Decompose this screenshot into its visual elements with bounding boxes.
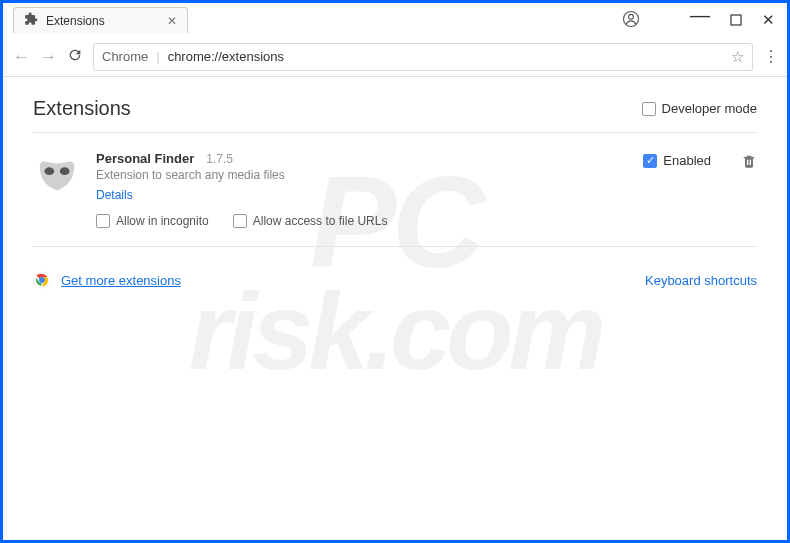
extension-description: Extension to search any media files (96, 168, 628, 182)
developer-mode-label: Developer mode (662, 101, 757, 116)
puzzle-icon (24, 12, 38, 29)
url-scheme: Chrome (102, 49, 148, 64)
browser-tab[interactable]: Extensions ✕ (13, 7, 188, 33)
back-icon[interactable]: ← (13, 47, 30, 67)
checkbox-icon (642, 102, 656, 116)
address-bar[interactable]: Chrome | chrome://extensions ☆ (93, 43, 753, 71)
window-controls: — ✕ (622, 9, 787, 32)
reload-icon[interactable] (67, 47, 83, 66)
tab-close-icon[interactable]: ✕ (167, 14, 177, 28)
extension-row: Personal Finder 1.7.5 Extension to searc… (33, 133, 757, 247)
allow-incognito-label: Allow in incognito (116, 214, 209, 228)
allow-file-urls-label: Allow access to file URLs (253, 214, 388, 228)
checkbox-icon (96, 214, 110, 228)
forward-icon[interactable]: → (40, 47, 57, 67)
tab-bar: Extensions ✕ — ✕ (3, 3, 787, 37)
extension-name: Personal Finder (96, 151, 194, 166)
chrome-store-icon (33, 271, 51, 289)
maximize-icon[interactable] (730, 12, 742, 29)
close-icon[interactable]: ✕ (762, 11, 775, 29)
get-more-extensions-link[interactable]: Get more extensions (61, 273, 181, 288)
details-link[interactable]: Details (96, 188, 133, 202)
tab-title: Extensions (46, 14, 159, 28)
extension-version: 1.7.5 (206, 152, 233, 166)
checkbox-icon (233, 214, 247, 228)
allow-file-urls-checkbox[interactable]: Allow access to file URLs (233, 214, 388, 228)
allow-incognito-checkbox[interactable]: Allow in incognito (96, 214, 209, 228)
svg-point-1 (629, 14, 634, 19)
star-icon[interactable]: ☆ (731, 48, 744, 66)
enabled-checkbox[interactable]: ✓ Enabled (643, 153, 711, 168)
developer-mode-checkbox[interactable]: Developer mode (642, 101, 757, 116)
keyboard-shortcuts-link[interactable]: Keyboard shortcuts (645, 273, 757, 288)
browser-toolbar: ← → Chrome | chrome://extensions ☆ ⋮ (3, 37, 787, 77)
enabled-label: Enabled (663, 153, 711, 168)
svg-point-4 (60, 167, 70, 175)
menu-icon[interactable]: ⋮ (763, 47, 777, 66)
svg-point-3 (45, 167, 55, 175)
page-title: Extensions (33, 97, 131, 120)
user-icon[interactable] (622, 10, 640, 31)
checkbox-icon: ✓ (643, 154, 657, 168)
minimize-icon[interactable]: — (690, 4, 710, 27)
url-text: chrome://extensions (168, 49, 723, 64)
mask-icon (33, 151, 81, 199)
trash-icon[interactable] (741, 153, 757, 172)
svg-rect-2 (731, 15, 741, 25)
